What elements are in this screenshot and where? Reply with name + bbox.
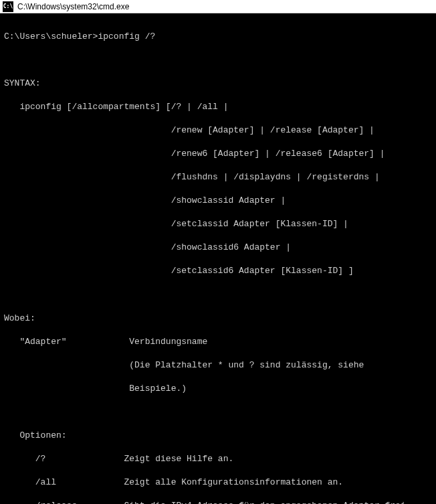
syntax-line: /renew6 [Adapter] | /release6 [Adapter] …	[4, 148, 432, 160]
syntax-line: /renew [Adapter] | /release [Adapter] |	[4, 124, 432, 137]
syntax-line: /flushdns | /displaydns | /registerdns |	[4, 171, 432, 183]
option-all: /all Zeigt alle Konfigurationsinformatio…	[4, 477, 432, 489]
prompt-line: C:\Users\schueler>ipconfig /?	[4, 31, 432, 43]
syntax-header: SYNTAX:	[4, 78, 432, 90]
adapter-note: (Die Platzhalter * und ? sind zulässig, …	[4, 359, 432, 371]
syntax-line: ipconfig [/allcompartments] [/? | /all |	[4, 101, 432, 113]
cmd-icon: C:\	[3, 1, 13, 12]
syntax-line: /showclassid Adapter |	[4, 195, 432, 207]
blank-line	[4, 289, 432, 301]
blank-line	[4, 406, 432, 418]
syntax-line: /showclassid6 Adapter |	[4, 242, 432, 254]
syntax-line: /setclassid Adapter [Klassen-ID] |	[4, 218, 432, 230]
syntax-line: /setclassid6 Adapter [Klassen-ID] ]	[4, 265, 432, 277]
wobei-header: Wobei:	[4, 313, 432, 325]
optionen-header: Optionen:	[4, 430, 432, 442]
window-titlebar[interactable]: C:\ C:\Windows\system32\cmd.exe	[0, 0, 436, 13]
terminal-output[interactable]: C:\Users\schueler>ipconfig /? SYNTAX: ip…	[0, 13, 436, 504]
option-help: /? Zeigt diese Hilfe an.	[4, 453, 432, 465]
window-title: C:\Windows\system32\cmd.exe	[17, 2, 129, 11]
prompt-path: C:\Users\schueler>	[4, 31, 98, 41]
adapter-note: Beispiele.)	[4, 383, 432, 395]
prompt-command: ipconfig /?	[98, 31, 155, 41]
adapter-label: "Adapter" Verbindungsname	[4, 336, 432, 348]
blank-line	[4, 54, 432, 66]
option-release: /release Gibt die IPv4-Adresse für den a…	[4, 500, 432, 504]
